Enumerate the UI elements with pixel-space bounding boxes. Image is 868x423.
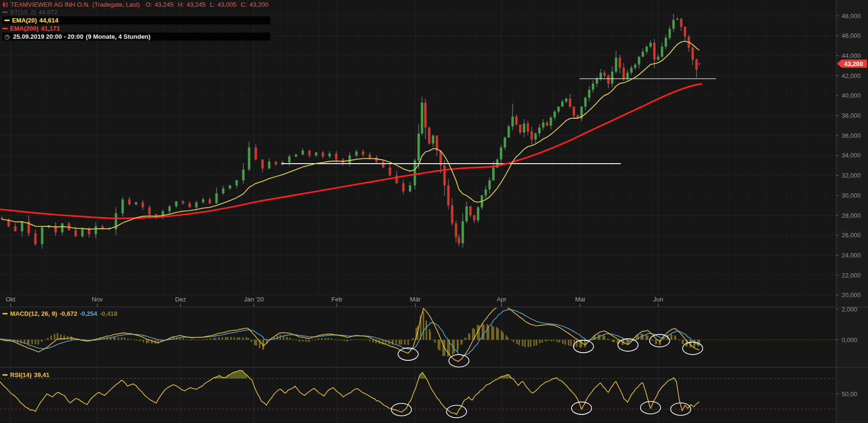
ema20-label: EMA(20)	[12, 17, 37, 24]
supertrend-swatch	[2, 11, 8, 13]
svg-text:44,000: 44,000	[842, 52, 861, 59]
svg-text:Mai: Mai	[575, 296, 585, 303]
symbol-row[interactable]: TEAMVIEWER AG INH O.N. (Tradegate, Last)…	[2, 1, 270, 8]
macd-swatch	[2, 313, 8, 314]
svg-text:48,000: 48,000	[842, 12, 861, 20]
price-chart-svg: 48,00046,00044,00042,00040,00038,00036,0…	[0, 0, 868, 423]
svg-text:38,000: 38,000	[842, 112, 861, 119]
svg-text:Okt: Okt	[6, 296, 16, 303]
ema20-swatch	[4, 20, 10, 21]
main-chart-legend: TEAMVIEWER AG INH O.N. (Tradegate, Last)…	[2, 1, 270, 41]
ohlc-close: 43,200	[250, 1, 269, 8]
svg-text:22,000: 22,000	[842, 272, 861, 279]
macd-signal-value: -0,254	[80, 310, 97, 317]
indicator-row-ema20[interactable]: EMA(20) 44,614	[2, 16, 270, 24]
svg-text:Jan '20: Jan '20	[244, 296, 264, 303]
indicator-row-supertrend[interactable]: ST(10, 2) 44,972	[2, 9, 270, 16]
svg-text:2,000: 2,000	[842, 306, 857, 313]
timeframe-row[interactable]: ◷ 25.09.2019 20:00 - 20:00 (9 Monate, 4 …	[2, 33, 270, 41]
svg-text:42,000: 42,000	[842, 72, 861, 79]
svg-text:26,000: 26,000	[842, 232, 861, 239]
svg-text:Nov: Nov	[91, 296, 103, 303]
svg-text:40,000: 40,000	[842, 92, 861, 99]
svg-text:Jun: Jun	[653, 296, 663, 303]
svg-text:20,000: 20,000	[842, 291, 861, 299]
svg-text:Feb: Feb	[331, 296, 342, 303]
svg-text:28,000: 28,000	[842, 212, 861, 219]
timeframe-range: 25.09.2019 20:00 - 20:00	[13, 33, 83, 40]
macd-hist-value: -0,418	[100, 310, 117, 317]
svg-text:24,000: 24,000	[842, 252, 861, 259]
symbol-source: (Tradegate, Last)	[92, 1, 139, 8]
svg-text:Mär: Mär	[410, 296, 421, 303]
svg-text:50,00: 50,00	[842, 390, 857, 398]
svg-text:Apr: Apr	[497, 296, 507, 303]
svg-text:30,000: 30,000	[842, 192, 861, 199]
rsi-value: 39,41	[34, 371, 50, 378]
last-price-tag: 43,200	[837, 60, 867, 68]
ema20-value: 44,614	[39, 17, 58, 24]
clock-icon: ◷	[4, 33, 10, 40]
svg-text:46,000: 46,000	[842, 32, 861, 39]
ema200-label: EMA(200)	[10, 25, 38, 32]
svg-text:34,000: 34,000	[842, 152, 861, 159]
trading-chart: 48,00046,00044,00042,00040,00038,00036,0…	[0, 0, 868, 423]
ema200-swatch	[2, 28, 8, 29]
svg-text:32,000: 32,000	[842, 172, 861, 179]
ohlc-open-label: O:	[146, 1, 152, 8]
ema200-value: 41,171	[41, 25, 60, 32]
ohlc-close-label: C:	[241, 1, 247, 8]
chart-canvas[interactable]: 48,00046,00044,00042,00040,00038,00036,0…	[0, 0, 868, 423]
ohlc-low-label: L:	[210, 1, 215, 8]
svg-text:36,000: 36,000	[842, 132, 861, 139]
svg-text:43,200: 43,200	[844, 60, 863, 67]
rsi-label: RSI(14)	[10, 371, 32, 378]
svg-text:Dez: Dez	[175, 296, 186, 303]
supertrend-value: 44,972	[38, 9, 57, 16]
indicator-row-ema200[interactable]: EMA(200) 41,171	[2, 25, 270, 32]
macd-legend[interactable]: MACD(12, 26, 9) -0,672 -0,254 -0,418	[2, 310, 117, 318]
rsi-legend[interactable]: RSI(14) 39,41	[2, 371, 49, 379]
ohlc-high: 43,245	[186, 1, 206, 8]
symbol-name: TEAMVIEWER AG INH O.N.	[11, 1, 90, 8]
supertrend-label: ST(10, 2)	[10, 9, 36, 16]
macd-label: MACD(12, 26, 9)	[10, 310, 57, 317]
rsi-swatch	[2, 374, 8, 376]
ohlc-high-label: H:	[178, 1, 184, 8]
macd-value: -0,672	[59, 310, 77, 317]
ohlc-open: 43,245	[154, 1, 173, 8]
candlestick-icon	[2, 1, 8, 8]
svg-text:0,000: 0,000	[842, 336, 857, 344]
ohlc-low: 43,005	[217, 1, 237, 8]
timeframe-period: (9 Monate, 4 Stunden)	[86, 33, 150, 40]
